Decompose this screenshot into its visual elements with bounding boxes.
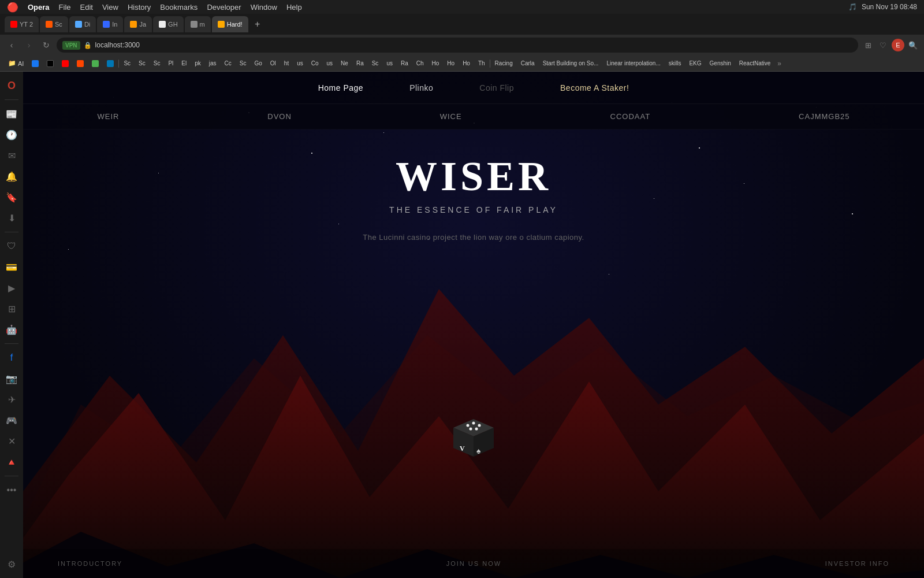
tab-yt[interactable]: YT 2 [5, 16, 39, 32]
menu-file[interactable]: File [59, 3, 71, 12]
bottom-label-intro[interactable]: INTRODUCTORY [58, 560, 122, 567]
sidebar-instagram-icon[interactable]: 📷 [2, 369, 21, 388]
sidebar-discord-icon[interactable]: 🎮 [2, 411, 21, 429]
reload-button[interactable]: ↻ [39, 38, 53, 52]
sidebar-aria-icon[interactable]: 🔺 [2, 453, 21, 471]
bm-sc4[interactable]: Sc [236, 59, 250, 68]
menu-edit[interactable]: Edit [80, 3, 93, 12]
menu-opera[interactable]: Opera [28, 3, 50, 12]
bm-linear[interactable]: Linear interpolation... [603, 59, 664, 68]
sidebar-more-icon[interactable]: ••• [2, 481, 21, 499]
lock-icon: 🔒 [84, 42, 92, 49]
bm-genshin[interactable]: Genshin [706, 59, 735, 68]
sidebar-wallet-icon[interactable]: 💳 [2, 258, 21, 276]
bm-pk[interactable]: pk [191, 59, 204, 68]
sidebar-notifications-icon[interactable]: 🔔 [2, 167, 21, 186]
os-menu-bar: 🔴 Opera File Edit View History Bookmarks… [0, 0, 924, 14]
sidebar-menu-icon[interactable]: O [2, 76, 21, 95]
menu-help[interactable]: Help [286, 3, 302, 12]
sidebar-extensions-icon[interactable]: ⊞ [2, 299, 21, 318]
bookmark-button[interactable]: ♡ [877, 39, 889, 51]
sidebar-fb-icon[interactable]: f [2, 349, 21, 367]
tab-favicon-gh [159, 21, 166, 28]
bm-ra2[interactable]: Ra [397, 59, 412, 68]
tab-di[interactable]: Di [69, 16, 96, 32]
bm-us[interactable]: us [293, 59, 307, 68]
sidebar-news-icon[interactable]: 📰 [2, 105, 21, 123]
tab-label-m: m [200, 21, 205, 28]
bm-fb[interactable] [28, 59, 42, 68]
bm-li[interactable] [103, 59, 117, 68]
bm-ol[interactable]: Ol [267, 59, 280, 68]
bm-ht[interactable]: ht [281, 59, 292, 68]
bm-co[interactable]: Co [308, 59, 322, 68]
menu-view[interactable]: View [102, 3, 118, 12]
bm-us2[interactable]: us [323, 59, 337, 68]
bm-ho[interactable]: Ho [429, 59, 443, 68]
bm-x[interactable] [43, 59, 57, 68]
wallet-icon[interactable]: E [892, 39, 904, 51]
bm-sc5[interactable]: Sc [368, 59, 382, 68]
bottom-label-join[interactable]: JOIN US NOW [446, 560, 501, 567]
sidebar-downloads-icon[interactable]: ⬇ [2, 209, 21, 227]
bm-us3[interactable]: us [383, 59, 396, 68]
bm-ne[interactable]: Ne [337, 59, 352, 68]
tab-in[interactable]: In [97, 16, 123, 32]
bm-th[interactable]: Th [475, 59, 489, 68]
tab-gh[interactable]: GH [153, 16, 184, 32]
bm-ekg[interactable]: EKG [685, 59, 705, 68]
bm-cc[interactable]: Cc [221, 59, 235, 68]
menu-window[interactable]: Window [251, 3, 277, 12]
ticker-wice: WICE [440, 112, 462, 121]
tab-ja[interactable]: Ja [124, 16, 152, 32]
tab-hard[interactable]: Hard! [212, 16, 248, 32]
vpn-badge: VPN [62, 41, 80, 50]
sidebar-vpn-icon[interactable]: 🛡 [2, 237, 21, 255]
menu-history[interactable]: History [128, 3, 151, 12]
nav-coinflip[interactable]: Coin Flip [479, 83, 514, 92]
bm-skills[interactable]: skills [665, 59, 685, 68]
bm-g[interactable] [88, 59, 102, 68]
sidebar-bookmarks-icon[interactable]: 🔖 [2, 188, 21, 206]
bm-ra[interactable]: Ra [353, 59, 367, 68]
sidebar-messages-icon[interactable]: ✉ [2, 146, 21, 165]
tab-sc1[interactable]: Sc [40, 16, 68, 32]
tab-m[interactable]: m [185, 16, 211, 32]
sidebar-x-icon[interactable]: ✕ [2, 432, 21, 450]
bm-ho2[interactable]: Ho [444, 59, 458, 68]
sidebar-history-icon[interactable]: 🕐 [2, 125, 21, 144]
bm-go[interactable]: Go [251, 59, 266, 68]
new-tab-button[interactable]: + [249, 16, 266, 32]
bm-el[interactable]: El [178, 59, 190, 68]
bm-sc[interactable]: Sc [120, 59, 134, 68]
bm-folder-icon[interactable]: 📁 AI [5, 58, 27, 68]
url-bar[interactable]: VPN 🔒 localhost:3000 [57, 38, 858, 53]
sidebar-player-icon[interactable]: ▶ [2, 279, 21, 297]
back-button[interactable]: ‹ [5, 38, 18, 52]
nav-plinko[interactable]: Plinko [409, 83, 433, 92]
bm-r[interactable] [73, 59, 87, 68]
more-bookmarks[interactable]: » [775, 60, 781, 68]
bm-start-building[interactable]: Start Building on So... [539, 59, 602, 68]
bm-carla[interactable]: Carla [517, 59, 538, 68]
extensions-button[interactable]: ⊞ [862, 39, 874, 51]
bm-yt[interactable] [58, 59, 72, 68]
menu-bookmarks[interactable]: Bookmarks [160, 3, 198, 12]
sidebar-tg-icon[interactable]: ✈ [2, 390, 21, 409]
bm-reactnative[interactable]: ReactNative [736, 59, 774, 68]
nav-home[interactable]: Home Page [318, 83, 363, 92]
menu-developer[interactable]: Developer [207, 3, 241, 12]
bm-pl[interactable]: Pl [165, 59, 177, 68]
bm-sc3[interactable]: Sc [150, 59, 164, 68]
bm-sc2[interactable]: Sc [135, 59, 149, 68]
bottom-label-investor[interactable]: INVESTOR INFO [825, 560, 889, 567]
nav-staker[interactable]: Become A Staker! [560, 83, 629, 92]
bm-racing[interactable]: Racing [491, 59, 516, 68]
forward-button[interactable]: › [22, 38, 36, 52]
bm-ho3[interactable]: Ho [459, 59, 474, 68]
sidebar-ai-icon[interactable]: 🤖 [2, 320, 21, 339]
bm-jas[interactable]: jas [206, 59, 220, 68]
search-button[interactable]: 🔍 [907, 39, 919, 51]
sidebar-settings-icon[interactable]: ⚙ [2, 555, 21, 573]
bm-ch[interactable]: Ch [413, 59, 427, 68]
